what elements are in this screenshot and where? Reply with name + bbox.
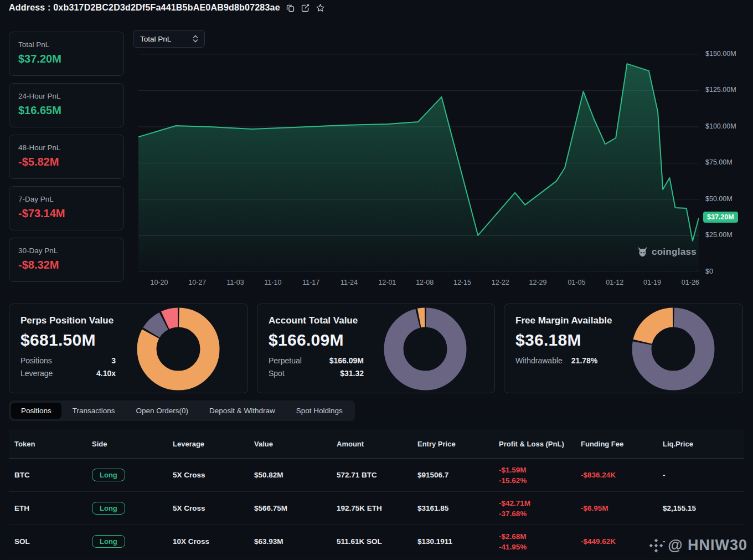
x-axis-label: 01-05	[568, 279, 585, 286]
y-axis-label: $150.00M	[705, 50, 736, 58]
x-axis-label: 12-15	[453, 279, 471, 286]
amount-cell: 192.75K ETH	[337, 504, 417, 512]
account-total-donut-chart	[384, 307, 467, 391]
current-value-badge: $37.20M	[703, 212, 738, 223]
page-header: Address : 0xb317D2BC2D3d2Df5Fa441B5bAE0A…	[0, 0, 753, 16]
row-label: Leverage	[20, 369, 53, 378]
card-row: Perpetual $166.09M	[269, 356, 364, 365]
stat-label: 24-Hour PnL	[18, 92, 115, 100]
row-label: Positions	[20, 356, 52, 365]
stat-card-7d-pnl: 7-Day PnL -$73.14M	[9, 186, 124, 230]
tab-open-orders[interactable]: Open Orders(0)	[126, 403, 199, 419]
pnl-value: -$1.59M	[499, 465, 581, 475]
leverage-cell: 5X Cross	[173, 504, 254, 512]
entry-price-cell: $91506.7	[417, 471, 499, 479]
tab-spot-holdings[interactable]: Spot Holdings	[286, 403, 353, 419]
pnl-percent: -15.62%	[499, 475, 581, 486]
tab-positions[interactable]: Positions	[11, 403, 61, 419]
x-axis-label: 11-03	[227, 279, 244, 286]
stat-card-48h-pnl: 48-Hour PnL -$5.82M	[9, 135, 124, 179]
table-row-btc[interactable]: BTC Long 5X Cross $50.82M 572.71 BTC $91…	[9, 459, 744, 492]
col-pnl: Profit & Loss (PnL)	[499, 440, 581, 448]
pnl-percent: -41.95%	[499, 542, 581, 552]
value-cell: $63.93M	[254, 537, 337, 546]
card-row: Leverage 4.10x	[20, 369, 116, 378]
tab-transactions[interactable]: Transactions	[63, 403, 125, 419]
coinglass-bull-icon	[637, 246, 648, 258]
stat-label: 30-Day PnL	[18, 246, 115, 255]
row-value: $31.32	[340, 369, 364, 378]
x-axis-label: 11-24	[341, 279, 358, 286]
stat-value: $37.20M	[18, 53, 115, 65]
entry-price-cell: $3161.85	[417, 504, 499, 512]
row-label: Perpetual	[269, 356, 302, 365]
col-amount: Amount	[337, 440, 417, 448]
stat-value: -$73.14M	[18, 207, 115, 220]
x-axis-label: 11-10	[264, 279, 281, 286]
user-watermark: @ HNIW30	[649, 537, 747, 554]
pnl-cell: -$2.68M -41.95%	[499, 531, 581, 552]
y-axis-label: $100.00M	[705, 122, 736, 130]
stat-value: -$5.82M	[18, 156, 115, 168]
stat-value: $16.65M	[18, 104, 115, 117]
chart-metric-select[interactable]: Total PnL	[133, 30, 205, 48]
side-badge: Long	[92, 469, 125, 481]
stat-card-30d-pnl: 30-Day PnL -$8.32M	[9, 238, 124, 282]
perps-position-value-card: Perps Position Value $681.50M Positions …	[9, 304, 248, 393]
stat-label: Total PnL	[18, 40, 115, 49]
chart-x-axis: 10-2010-2711-0311-1011-1711-2412-0112-08…	[138, 275, 699, 286]
x-axis-label: 01-19	[643, 279, 661, 286]
x-axis-label: 10-27	[188, 279, 206, 286]
tab-deposit-withdraw[interactable]: Deposit & Withdraw	[199, 403, 285, 419]
token-cell: ETH	[14, 504, 92, 512]
x-axis-label: 12-01	[378, 279, 396, 286]
y-axis-label: $25.00M	[705, 231, 733, 239]
star-icon[interactable]	[316, 3, 325, 13]
row-value: 3	[111, 356, 116, 365]
copy-icon[interactable]	[286, 3, 295, 13]
positions-table: Token Side Leverage Value Amount Entry P…	[9, 429, 744, 558]
x-axis-label: 10-20	[150, 279, 168, 286]
positions-tab-bar: Positions Transactions Open Orders(0) De…	[9, 400, 355, 421]
pnl-value: -$2.68M	[499, 531, 581, 542]
x-axis-label: 01-12	[606, 279, 623, 286]
x-axis-label: 12-29	[529, 279, 547, 286]
value-cell: $566.75M	[254, 504, 337, 512]
pnl-cell: -$42.71M -37.68%	[499, 498, 581, 519]
table-row-eth[interactable]: ETH Long 5X Cross $566.75M 192.75K ETH $…	[9, 492, 744, 525]
pnl-chart-region: Total PnL coinglass $150.00M$125.00M$100…	[133, 30, 753, 293]
coinglass-watermark-text: coinglass	[652, 246, 697, 258]
card-row: Spot $31.32	[269, 369, 364, 378]
stat-label: 7-Day PnL	[18, 195, 115, 203]
edit-icon[interactable]	[301, 3, 310, 13]
liq-price-cell: -	[663, 471, 744, 479]
col-entry-price: Entry Price	[417, 440, 499, 448]
amount-cell: 572.71 BTC	[337, 471, 417, 479]
card-row: Positions 3	[20, 356, 116, 365]
leverage-cell: 10X Cross	[173, 537, 254, 546]
coinglass-watermark: coinglass	[637, 246, 697, 258]
funding-fee-cell: -$836.24K	[581, 471, 663, 479]
account-total-value-card: Account Total Value $166.09M Perpetual $…	[257, 304, 495, 393]
col-value: Value	[254, 440, 337, 448]
y-axis-label: $75.00M	[705, 158, 733, 166]
pnl-value: -$42.71M	[499, 498, 581, 508]
row-value: 21.78%	[571, 356, 597, 365]
amount-cell: 511.61K SOL	[337, 537, 417, 546]
free-margin-available-card: Free Margin Available $36.18M Withdrawab…	[504, 304, 743, 393]
col-liq-price: Liq.Price	[663, 440, 744, 448]
chevron-up-down-icon	[192, 35, 199, 43]
pnl-area-chart[interactable]: coinglass	[138, 48, 699, 272]
binance-diamond-icon	[649, 538, 663, 553]
value-cell: $50.82M	[254, 471, 337, 479]
table-row-sol[interactable]: SOL Long 10X Cross $63.93M 511.61K SOL $…	[9, 525, 744, 558]
y-axis-label: $50.00M	[705, 195, 733, 203]
side-badge: Long	[92, 502, 125, 515]
liq-price-cell: $2,155.15	[663, 504, 744, 512]
side-badge: Long	[92, 535, 125, 548]
pnl-stats-column: Total PnL $37.20M 24-Hour PnL $16.65M 48…	[9, 32, 124, 289]
pnl-percent: -37.68%	[499, 508, 581, 519]
x-axis-label: 12-08	[416, 279, 434, 286]
x-axis-label: 01-26	[682, 279, 699, 286]
x-axis-label: 11-17	[302, 279, 319, 286]
